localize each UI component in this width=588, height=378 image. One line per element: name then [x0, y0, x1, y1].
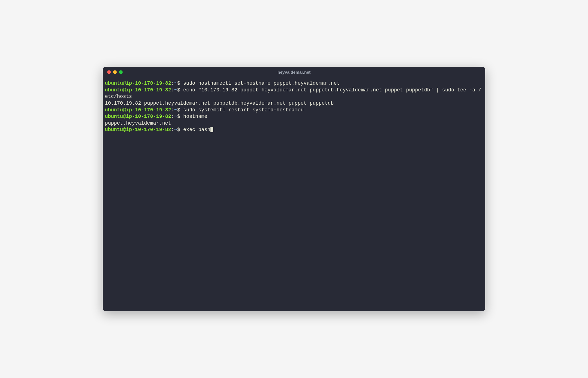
prompt-path: ~	[174, 127, 177, 132]
prompt-colon: :	[171, 107, 174, 113]
prompt-symbol: $	[177, 127, 180, 132]
prompt-user-host: ubuntu@ip-10-170-19-82	[105, 107, 171, 113]
prompt-path: ~	[174, 107, 177, 113]
traffic-lights	[107, 70, 123, 74]
prompt-symbol: $	[177, 80, 180, 86]
prompt-colon: :	[171, 80, 174, 86]
prompt-path: ~	[174, 87, 177, 93]
terminal-line: ubuntu@ip-10-170-19-82:~$ echo "10.170.1…	[105, 87, 483, 100]
prompt-path: ~	[174, 80, 177, 86]
prompt-colon: :	[171, 114, 174, 119]
prompt-user-host: ubuntu@ip-10-170-19-82	[105, 87, 171, 93]
prompt-user-host: ubuntu@ip-10-170-19-82	[105, 114, 171, 119]
prompt-user-host: ubuntu@ip-10-170-19-82	[105, 127, 171, 132]
prompt-user-host: ubuntu@ip-10-170-19-82	[105, 80, 171, 86]
prompt-colon: :	[171, 87, 174, 93]
window-title: heyvaldemar.net	[107, 70, 481, 75]
cursor	[210, 127, 213, 132]
command-text: exec bash	[180, 127, 210, 132]
close-button[interactable]	[107, 70, 111, 74]
output-line: puppet.heyvaldemar.net	[105, 120, 483, 127]
command-text: sudo hostnamectl set-hostname puppet.hey…	[180, 80, 340, 86]
output-line: 10.170.19.82 puppet.heyvaldemar.net pupp…	[105, 100, 483, 107]
prompt-symbol: $	[177, 107, 180, 113]
terminal-line: ubuntu@ip-10-170-19-82:~$ hostname	[105, 113, 483, 120]
minimize-button[interactable]	[113, 70, 117, 74]
terminal-line: ubuntu@ip-10-170-19-82:~$ sudo hostnamec…	[105, 80, 483, 87]
terminal-line: ubuntu@ip-10-170-19-82:~$ exec bash	[105, 127, 483, 133]
title-bar: heyvaldemar.net	[103, 67, 485, 77]
terminal-line: ubuntu@ip-10-170-19-82:~$ sudo systemctl…	[105, 107, 483, 114]
maximize-button[interactable]	[119, 70, 123, 74]
prompt-symbol: $	[177, 87, 180, 93]
terminal-window: heyvaldemar.net ubuntu@ip-10-170-19-82:~…	[103, 67, 485, 311]
command-text: hostname	[180, 114, 207, 119]
prompt-path: ~	[174, 114, 177, 119]
terminal-body[interactable]: ubuntu@ip-10-170-19-82:~$ sudo hostnamec…	[103, 77, 485, 311]
command-text: sudo systemctl restart systemd-hostnamed	[180, 107, 304, 113]
prompt-symbol: $	[177, 114, 180, 119]
prompt-colon: :	[171, 127, 174, 132]
